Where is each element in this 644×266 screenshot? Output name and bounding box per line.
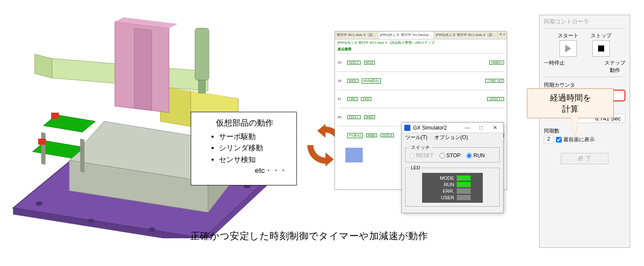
switch-legend: スイッチ <box>409 144 432 151</box>
callout-line2: 計算 <box>532 104 609 115</box>
ladder-rung[interactable]: 25 D225.1 M110 <M401> <box>338 53 504 71</box>
close-button[interactable]: ✕ <box>489 124 501 131</box>
virtual-parts-etc: etc・・・ <box>199 165 290 175</box>
led-row: MODE <box>434 175 471 181</box>
virtual-parts-title: 仮想部品の動作 <box>199 117 290 129</box>
led-group: LED MODE RUN ERR. USER <box>405 165 500 207</box>
svg-rect-26 <box>198 80 205 93</box>
syncnum-value[interactable]: 2 <box>544 136 553 143</box>
gxsim-menubar: ツール(T) オプション(O) <box>402 133 503 142</box>
footer-caption: 正確かつ安定した時刻制御でタイマーや加減速が動作 <box>0 230 644 243</box>
pause-label: 一時停止 <box>544 59 565 67</box>
elapsed-time-callout: 経過時間を 計算 <box>527 88 614 118</box>
virtual-parts-bullet: センサ検知 <box>219 154 290 165</box>
svg-rect-23 <box>51 113 59 119</box>
led-row: ERR. <box>434 188 471 194</box>
svg-rect-25 <box>195 28 209 80</box>
svg-marker-17 <box>134 28 152 110</box>
ladder-tab[interactable]: 実行中 RC1 Axis X（読… <box>335 32 378 39</box>
stop-icon <box>598 45 604 52</box>
ladder-window-title: [PRG]モニタ 実行中 RC1 Axis X（読み取り専用）265ステップ <box>335 39 507 46</box>
switch-group: スイッチ RESET STOP RUN <box>405 144 500 162</box>
gxsim-app-icon <box>404 125 410 131</box>
syncnum-label: 同期数 <box>544 127 625 135</box>
callout-tail-icon <box>570 115 579 139</box>
minimize-button[interactable]: — <box>462 124 473 131</box>
ladder-section: 原点復帰 <box>335 46 507 52</box>
switch-stop[interactable]: STOP <box>439 152 460 159</box>
ladder-rung[interactable]: 34 M401 M108(原点) <T401 >K2 <box>338 71 504 90</box>
switch-run[interactable]: RUN <box>466 152 485 159</box>
svg-marker-22 <box>80 139 85 172</box>
sync-controller-panel: 同期コントローラ スタート ストップ 一時停止 ステップ 動作 同期カウンタ 1… <box>539 15 630 248</box>
virtual-parts-box: 仮想部品の動作 サーボ駆動 シリンダ移動 センサ検知 etc・・・ <box>191 112 297 185</box>
svg-marker-15 <box>35 54 52 78</box>
ladder-rung[interactable]: 41 T401 T454 <D531.1> <box>338 90 504 108</box>
led-legend: LED <box>409 165 422 170</box>
switch-reset[interactable]: RESET <box>409 152 433 159</box>
step-label: ステップ 動作 <box>605 59 625 74</box>
maximize-button[interactable]: □ <box>475 124 487 131</box>
start-label: スタート <box>558 32 579 39</box>
ladder-tab[interactable]: [PRG]モニタ 実行中 RC1 Axis Z（読… <box>434 32 498 39</box>
sync-panel-title: 同期コントローラ <box>544 18 625 29</box>
counter-label: 同期カウンタ <box>544 81 625 89</box>
stop-button[interactable] <box>592 40 610 57</box>
gxsim-title: GX Simulator2 <box>413 125 459 131</box>
svg-point-4 <box>88 219 94 223</box>
led-row: RUN <box>434 182 471 187</box>
play-icon <box>565 45 571 52</box>
callout-line1: 経過時間を <box>532 92 609 104</box>
menu-tool[interactable]: ツール(T) <box>405 134 427 141</box>
menu-option[interactable]: オプション(O) <box>434 134 468 141</box>
led-row: USER <box>434 195 471 200</box>
svg-rect-24 <box>38 139 46 145</box>
ladder-tab[interactable]: ﾃﾞﾊﾞｲｽｺﾒﾝﾄ COMMENT 日本語 <box>498 32 507 39</box>
gxsim-titlebar[interactable]: GX Simulator2 — □ ✕ <box>402 123 503 133</box>
led-indicator <box>457 182 471 187</box>
stop-label: ストップ <box>591 32 611 39</box>
start-button[interactable] <box>559 40 577 57</box>
led-indicator <box>457 188 471 194</box>
led-indicator <box>457 175 471 181</box>
gx-simulator-window: GX Simulator2 — □ ✕ ツール(T) オプション(O) スイッチ… <box>401 122 504 213</box>
ladder-selection <box>345 148 363 162</box>
ladder-tabbar: 実行中 RC1 Axis X（読… [PRG]モニタ 実行中 Trs Devic… <box>335 32 507 39</box>
svg-marker-21 <box>41 132 46 165</box>
svg-point-3 <box>36 201 42 206</box>
virtual-parts-bullet: サーボ駆動 <box>219 131 290 143</box>
ladder-tab[interactable]: [PRG]モニタ 実行中 Trs Device… <box>378 32 434 39</box>
exit-button[interactable]: 終 了 <box>561 153 608 164</box>
led-indicator <box>457 195 471 200</box>
virtual-parts-bullet: シリンダ移動 <box>219 143 290 154</box>
